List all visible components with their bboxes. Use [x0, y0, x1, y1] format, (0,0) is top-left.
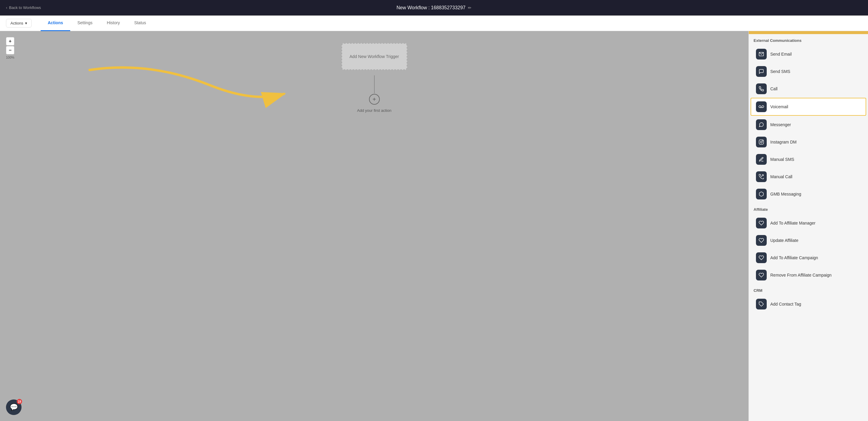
chevron-down-icon: ▾	[25, 21, 27, 25]
voicemail-label: Voicemail	[770, 104, 788, 109]
sidebar-item-gmb-messaging[interactable]: GMB Messaging	[751, 186, 866, 203]
add-affiliate-campaign-icon	[756, 252, 767, 263]
edit-workflow-icon[interactable]: ✏	[468, 5, 471, 10]
tab-actions-label: Actions	[48, 20, 63, 25]
gmb-messaging-label: GMB Messaging	[770, 192, 801, 197]
svg-point-3	[762, 106, 764, 108]
chat-icon: 💬	[10, 403, 18, 411]
manual-sms-label: Manual SMS	[770, 157, 794, 162]
tab-settings[interactable]: Settings	[70, 16, 100, 31]
zoom-out-button[interactable]: −	[6, 46, 14, 54]
plus-icon: +	[373, 96, 376, 103]
sidebar-item-voicemail[interactable]: Voicemail	[751, 98, 866, 116]
svg-point-2	[759, 106, 761, 108]
add-contact-tag-label: Add Contact Tag	[770, 302, 801, 306]
main-layout: + − 100% Add New Workflow Trigger + Add …	[0, 31, 868, 421]
sidebar-item-remove-affiliate-campaign[interactable]: Remove From Affiliate Campaign	[751, 267, 866, 283]
sidebar-item-add-affiliate-manager[interactable]: Add To Affiliate Manager	[751, 215, 866, 232]
svg-point-7	[763, 141, 763, 141]
back-arrow-icon: ‹	[6, 5, 7, 10]
instagram-dm-icon	[756, 137, 767, 147]
sidebar-item-manual-call[interactable]: Manual Call	[751, 168, 866, 185]
manual-call-label: Manual Call	[770, 174, 793, 179]
send-email-icon	[756, 49, 767, 60]
actions-dropdown[interactable]: Actions ▾	[6, 19, 32, 28]
remove-affiliate-campaign-label: Remove From Affiliate Campaign	[770, 273, 832, 277]
send-sms-icon	[756, 66, 767, 77]
sidebar-item-add-contact-tag[interactable]: Add Contact Tag	[751, 296, 866, 312]
chat-widget[interactable]: 💬 19	[6, 399, 22, 415]
trigger-box[interactable]: Add New Workflow Trigger	[342, 43, 407, 70]
send-email-label: Send Email	[770, 52, 792, 57]
tab-history[interactable]: History	[100, 16, 127, 31]
add-affiliate-campaign-label: Add To Affiliate Campaign	[770, 255, 818, 260]
tab-actions[interactable]: Actions	[41, 16, 70, 31]
add-affiliate-manager-label: Add To Affiliate Manager	[770, 221, 815, 225]
tab-status-label: Status	[134, 20, 146, 25]
tab-history-label: History	[107, 20, 120, 25]
back-label: Back to Workflows	[9, 5, 41, 10]
sidebar-section-title-affiliate: Affiliate	[749, 203, 868, 214]
sidebar-top-bar	[749, 31, 868, 34]
tab-bar: Actions ▾ Actions Settings History Statu…	[0, 16, 868, 31]
instagram-dm-label: Instagram DM	[770, 140, 797, 144]
sidebar-section-title-crm: CRM	[749, 284, 868, 295]
add-contact-tag-icon	[756, 299, 767, 309]
add-action-button[interactable]: +	[369, 94, 380, 104]
workflow-title-text: New Workflow : 1688352733297	[397, 5, 466, 10]
manual-sms-icon	[756, 154, 767, 165]
add-action-text: Add your first action	[357, 108, 392, 113]
sidebar-item-update-affiliate[interactable]: Update Affiliate	[751, 232, 866, 249]
sidebar-section-title-external-communications: External Communications	[749, 34, 868, 45]
zoom-in-button[interactable]: +	[6, 37, 14, 46]
remove-affiliate-campaign-icon	[756, 270, 767, 280]
update-affiliate-icon	[756, 235, 767, 246]
voicemail-icon	[756, 101, 767, 112]
workflow-canvas[interactable]: + − 100% Add New Workflow Trigger + Add …	[0, 31, 748, 421]
sidebar-item-send-email[interactable]: Send Email	[751, 46, 866, 62]
sidebar-item-messenger[interactable]: Messenger	[751, 116, 866, 133]
call-label: Call	[770, 86, 777, 91]
zoom-controls: + − 100%	[6, 37, 14, 59]
tab-settings-label: Settings	[78, 20, 93, 25]
call-icon	[756, 83, 767, 94]
connector-line	[374, 76, 375, 93]
workflow-title: New Workflow : 1688352733297 ✏	[397, 5, 471, 10]
tab-status[interactable]: Status	[127, 16, 153, 31]
sidebar-item-instagram-dm[interactable]: Instagram DM	[751, 134, 866, 150]
sidebar-item-call[interactable]: Call	[751, 81, 866, 97]
send-sms-label: Send SMS	[770, 69, 790, 74]
actions-dropdown-label: Actions	[10, 21, 23, 25]
back-to-workflows-link[interactable]: ‹ Back to Workflows	[6, 5, 41, 10]
gmb-messaging-icon	[756, 189, 767, 200]
messenger-icon	[756, 119, 767, 130]
add-affiliate-manager-icon	[756, 218, 767, 229]
messenger-label: Messenger	[770, 122, 791, 127]
sidebar-item-add-affiliate-campaign[interactable]: Add To Affiliate Campaign	[751, 249, 866, 266]
sidebar-item-send-sms[interactable]: Send SMS	[751, 63, 866, 80]
trigger-box-label: Add New Workflow Trigger	[349, 54, 399, 59]
top-nav: ‹ Back to Workflows New Workflow : 16883…	[0, 0, 868, 16]
chat-badge: 19	[17, 399, 22, 404]
svg-point-6	[761, 141, 762, 143]
right-sidebar: External CommunicationsSend EmailSend SM…	[748, 31, 868, 421]
manual-call-icon	[756, 171, 767, 182]
annotation-arrow	[60, 55, 329, 145]
sidebar-item-manual-sms[interactable]: Manual SMS	[751, 151, 866, 168]
zoom-level: 100%	[6, 56, 14, 59]
update-affiliate-label: Update Affiliate	[770, 238, 798, 243]
